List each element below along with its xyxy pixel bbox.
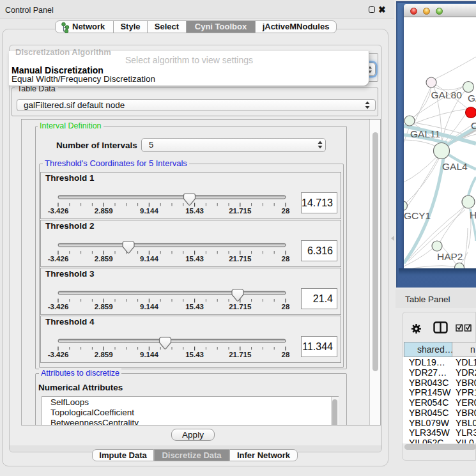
svg-text:GA: GA bbox=[468, 93, 476, 104]
svg-text:2.859: 2.859 bbox=[95, 255, 113, 263]
svg-text:21.715: 21.715 bbox=[229, 255, 252, 263]
svg-text:C: C bbox=[471, 120, 476, 131]
svg-text:-3.426: -3.426 bbox=[48, 303, 69, 311]
svg-text:GAL4: GAL4 bbox=[442, 161, 468, 172]
svg-text:GAL11: GAL11 bbox=[410, 128, 440, 139]
svg-text:-3.426: -3.426 bbox=[48, 255, 69, 263]
svg-text:15.43: 15.43 bbox=[185, 207, 204, 215]
svg-text:21.715: 21.715 bbox=[229, 351, 252, 358]
svg-text:2.859: 2.859 bbox=[95, 351, 113, 358]
svg-text:-3.426: -3.426 bbox=[48, 207, 69, 215]
svg-text:28: 28 bbox=[282, 207, 290, 215]
svg-text:-3.426: -3.426 bbox=[48, 351, 69, 358]
svg-text:9.144: 9.144 bbox=[140, 303, 158, 311]
svg-text:28: 28 bbox=[282, 351, 290, 358]
svg-text:H: H bbox=[470, 210, 476, 220]
svg-text:9.144: 9.144 bbox=[140, 351, 158, 358]
svg-text:GAL80: GAL80 bbox=[431, 89, 463, 100]
svg-text:2.859: 2.859 bbox=[95, 207, 113, 215]
svg-text:HAP2: HAP2 bbox=[437, 251, 463, 262]
svg-text:15.43: 15.43 bbox=[185, 303, 204, 311]
svg-text:2.859: 2.859 bbox=[95, 303, 113, 311]
svg-text:21.715: 21.715 bbox=[229, 303, 252, 311]
svg-text:9.144: 9.144 bbox=[140, 207, 158, 215]
svg-text:GCY1: GCY1 bbox=[404, 210, 431, 221]
svg-text:15.43: 15.43 bbox=[185, 351, 204, 358]
svg-text:28: 28 bbox=[282, 303, 290, 311]
svg-text:21.715: 21.715 bbox=[229, 207, 252, 215]
svg-text:9.144: 9.144 bbox=[140, 255, 158, 263]
svg-text:15.43: 15.43 bbox=[185, 255, 204, 263]
svg-text:28: 28 bbox=[282, 255, 290, 263]
